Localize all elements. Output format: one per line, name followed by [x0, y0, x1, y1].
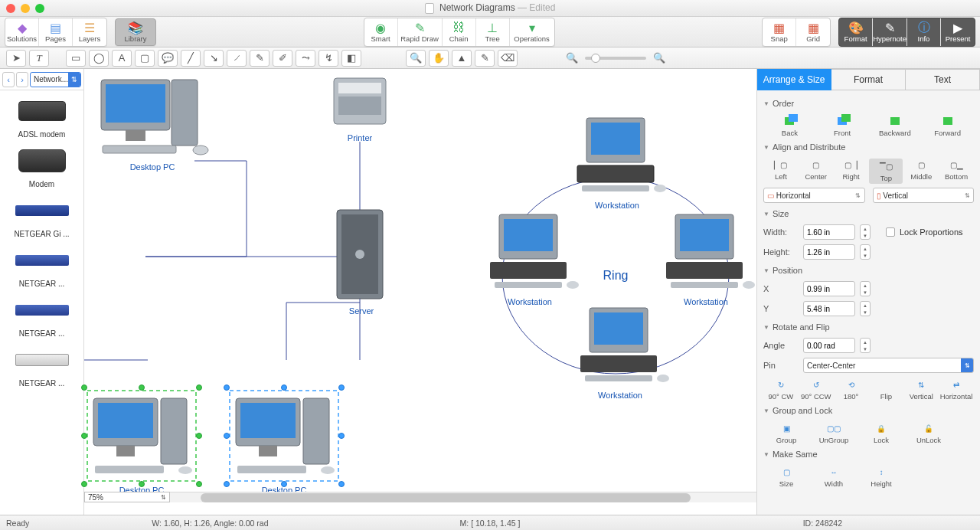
order-front[interactable]: Front [825, 115, 859, 137]
library-item-netgear-2[interactable]: NETGEAR ... [0, 240, 83, 290]
library-item-netgear-3[interactable]: NETGEAR ... [0, 290, 83, 339]
group-button[interactable]: ▣Group [769, 422, 803, 444]
rectangle-tool[interactable]: ▭ [66, 50, 86, 67]
distribute-vertical[interactable]: ▯ Vertical⇅ [873, 188, 975, 203]
text-block-tool[interactable]: ▢ [135, 50, 155, 67]
x-stepper[interactable]: ▲▼ [860, 281, 871, 296]
order-forward[interactable]: Forward [931, 115, 965, 137]
layers-button[interactable]: ☰Layers [73, 18, 106, 46]
section-position[interactable]: Position [763, 262, 974, 279]
tab-text[interactable]: Text [906, 69, 980, 90]
section-rotate[interactable]: Rotate and Flip [763, 319, 974, 335]
format-button[interactable]: 🎨Format [839, 18, 873, 46]
distribute-horizontal[interactable]: ▭ Horizontal⇅ [763, 188, 865, 203]
height-input[interactable] [803, 244, 855, 260]
zoom-out[interactable]: 🔍 [562, 50, 582, 67]
eyedropper-tool[interactable]: ✎ [475, 50, 495, 67]
canvas[interactable]: Ring Desktop PC Printer Server [84, 69, 756, 515]
section-size[interactable]: Size [763, 205, 974, 222]
library-next[interactable]: › [16, 72, 28, 87]
same-size[interactable]: ▢Size [769, 466, 803, 488]
chain-button[interactable]: ⛓Chain [443, 18, 476, 46]
same-width[interactable]: ↔Width [817, 466, 851, 488]
smart-connector-tool[interactable]: ↯ [318, 50, 338, 67]
width-input[interactable] [803, 224, 855, 240]
library-selector[interactable]: Network...⇅ [30, 72, 81, 87]
tab-arrange-size[interactable]: Arrange & Size [757, 69, 831, 90]
text-shape-tool[interactable]: A [112, 50, 132, 67]
library-item-netgear-gi[interactable]: NETGEAR Gi ... [0, 190, 83, 240]
lock-proportions-checkbox[interactable] [886, 227, 895, 237]
connector-tool[interactable]: ⤳ [296, 50, 315, 67]
device-workstation-left[interactable]: Workstation [476, 211, 583, 306]
zoom-slider[interactable] [585, 57, 646, 60]
pencil-tool[interactable]: ✎ [250, 50, 270, 67]
pages-button[interactable]: ▤Pages [39, 18, 73, 46]
grid-button[interactable]: ▦Grid [796, 18, 830, 46]
device-workstation-bottom[interactable]: Workstation [567, 305, 674, 400]
align-left[interactable]: ▏▢Left [764, 159, 798, 184]
tree-button[interactable]: ⊥Tree [476, 18, 510, 46]
library-button[interactable]: 📚Library [115, 18, 156, 46]
width-stepper[interactable]: ▲▼ [860, 224, 871, 240]
order-back[interactable]: Back [773, 115, 806, 137]
device-workstation-right[interactable]: Workstation [652, 211, 760, 306]
section-make-same[interactable]: Make Same [763, 446, 974, 463]
arrow-tool[interactable]: ↘ [204, 50, 224, 67]
device-printer[interactable]: Printer [329, 74, 390, 142]
zoom-tool[interactable]: 🔍 [406, 50, 426, 67]
rapid-draw-button[interactable]: ✎Rapid Draw [398, 18, 443, 46]
brush-tool[interactable]: ✐ [273, 50, 292, 67]
section-group[interactable]: Group and Lock [763, 402, 974, 419]
solutions-button[interactable]: ◆Solutions [5, 18, 39, 46]
library-item-modem[interactable]: Modem [0, 140, 83, 190]
y-stepper[interactable]: ▲▼ [860, 301, 871, 316]
hand-tool[interactable]: ✋ [429, 50, 449, 67]
shape-tool[interactable]: ◧ [341, 50, 361, 67]
zoom-select[interactable]: 75%⇅ [84, 492, 170, 502]
align-right[interactable]: ▢▕Right [835, 159, 868, 184]
fill-tool[interactable]: ▲ [452, 50, 472, 67]
rotate-90cw[interactable]: ↻90° CW [764, 378, 798, 401]
smart-button[interactable]: ◉Smart [364, 18, 398, 46]
close-window[interactable] [6, 4, 15, 13]
device-workstation-top[interactable]: Workstation [564, 115, 671, 210]
ungroup-button[interactable]: ▢▢UnGroup [817, 422, 851, 444]
hypernote-button[interactable]: ✎Hypernote [873, 18, 907, 46]
eraser-tool[interactable]: ⌫ [498, 50, 518, 67]
unlock-button[interactable]: 🔓UnLock [912, 422, 946, 444]
ellipse-tool[interactable]: ◯ [89, 50, 109, 67]
align-top[interactable]: ▔▢Top [869, 159, 903, 184]
arc-tool[interactable]: ⟋ [227, 50, 247, 67]
height-stepper[interactable]: ▲▼ [860, 244, 871, 260]
zoom-window[interactable] [35, 4, 44, 13]
tab-format[interactable]: Format [831, 69, 906, 90]
device-desktop-pc-1[interactable]: Desktop PC [95, 77, 210, 172]
flip-vertical[interactable]: ⇅Vertical [904, 378, 938, 401]
flip-horizontal[interactable]: ⇄Horizontal [939, 378, 973, 401]
section-order[interactable]: Order [763, 95, 974, 112]
align-middle[interactable]: ▢Middle [904, 159, 938, 184]
align-bottom[interactable]: ▢▁Bottom [939, 159, 973, 184]
order-backward[interactable]: Backward [878, 115, 912, 137]
angle-stepper[interactable]: ▲▼ [860, 338, 871, 353]
x-input[interactable] [803, 281, 855, 296]
angle-input[interactable] [803, 338, 855, 353]
select-tool[interactable]: ➤ [6, 50, 26, 67]
pin-select[interactable]: Center-Center⇅ [803, 358, 974, 373]
lock-button[interactable]: 🔒Lock [864, 422, 898, 444]
text-tool[interactable]: T [29, 50, 49, 67]
horizontal-scrollbar[interactable] [170, 492, 756, 502]
zoom-in[interactable]: 🔍 [649, 50, 669, 67]
device-desktop-pc-3-selected[interactable]: Desktop PC [227, 388, 341, 495]
minimize-window[interactable] [21, 4, 30, 13]
device-server[interactable]: Server [331, 207, 392, 316]
section-align[interactable]: Align and Distribute [763, 139, 974, 155]
rotate-180[interactable]: ⟲180° [835, 378, 868, 401]
align-center[interactable]: ▢Center [799, 159, 833, 184]
info-button[interactable]: ⓘInfo [907, 18, 941, 46]
snap-button[interactable]: ▦Snap [763, 18, 796, 46]
present-button[interactable]: ▶Present [941, 18, 975, 46]
same-height[interactable]: ↕Height [864, 466, 898, 488]
line-tool[interactable]: ╱ [181, 50, 201, 67]
